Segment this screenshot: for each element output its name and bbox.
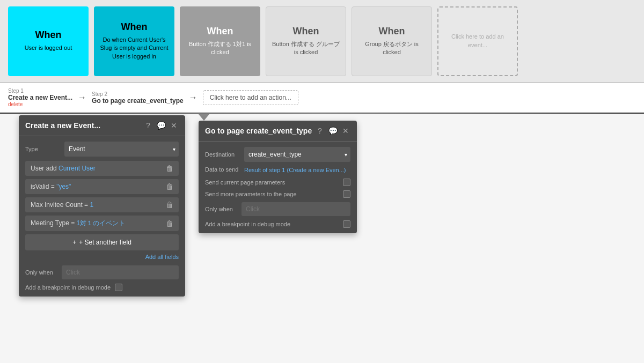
step-delete-button[interactable]: delete	[8, 101, 72, 107]
field-row-isvalid: isValid = "yes" 🗑	[25, 179, 179, 194]
panel-body-create: Type Event User add Current User 🗑 isVal…	[19, 136, 185, 297]
step-num-1: Step 1	[8, 88, 72, 94]
field-value-meetingtype: 1対１のイベント	[77, 219, 126, 227]
destination-label: Destination	[205, 151, 240, 158]
send-params-row: Send current page parameters	[205, 179, 350, 186]
panel-title-create: Create a new Event...	[25, 121, 100, 130]
panel-header-goto: Go to page create_event_type ? 💬 ✕	[199, 121, 357, 142]
field-value-isvalid: "yes"	[56, 183, 71, 190]
field-delete-maxcount[interactable]: 🗑	[166, 201, 173, 209]
field-label-user: User add Current User	[31, 165, 96, 172]
triangle-indicator	[199, 114, 209, 121]
breakpoint-checkbox-goto[interactable]	[343, 220, 350, 228]
help-icon[interactable]: ?	[143, 121, 153, 130]
event-desc: Click here to add an event...	[444, 33, 511, 49]
send-params-label: Send current page parameters	[205, 179, 285, 186]
data-send-label: Data to send	[205, 166, 240, 173]
destination-select-wrap[interactable]: create_event_type	[244, 147, 350, 162]
help-icon-goto[interactable]: ?	[315, 126, 325, 136]
only-when-row-create: Only when	[25, 265, 179, 279]
only-when-row-goto: Only when	[205, 202, 350, 216]
main-area: Create a new Event... ? 💬 ✕ Type Event U…	[0, 113, 644, 363]
add-action-button[interactable]: Click here to add an action...	[203, 90, 298, 105]
field-row-maxcount: Max Invitee Count = 1 🗑	[25, 197, 179, 212]
set-another-label: + Set another field	[79, 239, 131, 246]
destination-row: Destination create_event_type	[205, 147, 350, 162]
field-label-isvalid: isValid = "yes"	[31, 183, 71, 190]
step-title-2[interactable]: Go to page create_event_type	[92, 97, 184, 105]
add-all-fields[interactable]: Add all fields	[25, 254, 179, 260]
only-when-label-create: Only when	[25, 269, 57, 276]
event-card-card-2[interactable]: WhenDo when Current User's Slug is empty…	[94, 6, 174, 76]
step-bar: Step 1Create a new Event...delete→Step 2…	[0, 83, 644, 113]
field-row-meetingtype: Meeting Type = 1対１のイベント 🗑	[25, 216, 179, 231]
field-value-user: Current User	[58, 165, 96, 172]
send-more-checkbox[interactable]	[343, 190, 350, 198]
field-label-maxcount: Max Invitee Count = 1	[31, 201, 93, 209]
panel-title-goto: Go to page create_event_type	[205, 127, 312, 135]
send-params-checkbox[interactable]	[343, 179, 350, 186]
step-arrow-add: →	[189, 93, 197, 102]
when-label: When	[207, 26, 233, 37]
breakpoint-label-goto: Add a breakpoint in debug mode	[205, 221, 290, 227]
event-desc: User is logged out	[25, 44, 72, 52]
field-value-maxcount: 1	[90, 201, 93, 209]
step-title-1[interactable]: Create a new Event...	[8, 94, 72, 101]
event-desc: Button 作成する 1対1 is clicked	[185, 40, 255, 57]
type-row: Type Event	[25, 142, 179, 157]
field-delete-meetingtype[interactable]: 🗑	[166, 219, 173, 228]
step-box-2: Step 2Go to page create_event_type	[92, 91, 184, 105]
event-desc: Do when Current User's Slug is empty and…	[99, 36, 169, 61]
event-card-card-6[interactable]: Click here to add an event...	[437, 6, 518, 76]
plus-icon: +	[72, 239, 76, 246]
type-select-wrap[interactable]: Event	[64, 142, 179, 157]
only-when-label-goto: Only when	[205, 206, 237, 212]
breakpoint-checkbox-create[interactable]	[115, 284, 122, 291]
chat-icon[interactable]: 💬	[156, 121, 166, 130]
send-more-row: Send more parameters to the page	[205, 190, 350, 198]
when-label: When	[293, 26, 319, 37]
panel-header-create: Create a new Event... ? 💬 ✕	[19, 115, 185, 136]
panel-body-goto: Destination create_event_type Data to se…	[199, 142, 357, 233]
only-when-input-create[interactable]	[62, 265, 179, 279]
goto-page-panel: Go to page create_event_type ? 💬 ✕ Desti…	[199, 121, 357, 233]
field-delete-isvalid[interactable]: 🗑	[166, 182, 173, 191]
step-arrow-1: →	[78, 93, 86, 102]
chat-icon-goto[interactable]: 💬	[328, 126, 338, 136]
data-send-value[interactable]: Result of step 1 (Create a new Even...)	[244, 166, 346, 174]
when-label: When	[379, 26, 405, 37]
field-label-meetingtype: Meeting Type = 1対１のイベント	[31, 219, 125, 228]
when-label: When	[35, 29, 62, 41]
type-label: Type	[25, 146, 60, 152]
breakpoint-row-goto: Add a breakpoint in debug mode	[205, 220, 350, 228]
breakpoint-row-create: Add a breakpoint in debug mode	[25, 284, 179, 291]
type-select[interactable]: Event	[64, 142, 179, 157]
field-row-user: User add Current User 🗑	[25, 161, 179, 176]
close-icon-goto[interactable]: ✕	[341, 126, 350, 136]
destination-select[interactable]: create_event_type	[244, 147, 350, 162]
step-box-1: Step 1Create a new Event...delete	[8, 88, 72, 107]
event-desc: Button 作成する グループ is clicked	[272, 40, 340, 57]
event-card-card-3[interactable]: WhenButton 作成する 1対1 is clicked	[180, 6, 260, 76]
event-card-card-1[interactable]: WhenUser is logged out	[8, 6, 89, 76]
set-another-button[interactable]: + + Set another field	[25, 234, 179, 250]
only-when-input-goto[interactable]	[241, 202, 350, 216]
event-card-card-4[interactable]: WhenButton 作成する グループ is clicked	[266, 6, 346, 76]
close-icon-create[interactable]: ✕	[169, 121, 179, 130]
step-num-2: Step 2	[92, 91, 184, 97]
separator-line	[0, 113, 644, 114]
breakpoint-label-create: Add a breakpoint in debug mode	[25, 284, 111, 291]
event-strip: WhenUser is logged outWhenDo when Curren…	[0, 0, 644, 83]
panel-icons-goto: ? 💬 ✕	[315, 126, 350, 136]
when-label: When	[121, 21, 148, 33]
data-send-row: Data to send Result of step 1 (Create a …	[205, 166, 350, 174]
create-event-panel: Create a new Event... ? 💬 ✕ Type Event U…	[19, 115, 185, 297]
event-card-card-5[interactable]: WhenGroup 戻るボタン is clicked	[352, 6, 432, 76]
field-delete-user[interactable]: 🗑	[166, 164, 173, 173]
panel-icons-create: ? 💬 ✕	[143, 121, 179, 130]
send-more-label: Send more parameters to the page	[205, 191, 297, 197]
event-desc: Group 戻るボタン is clicked	[357, 40, 426, 57]
